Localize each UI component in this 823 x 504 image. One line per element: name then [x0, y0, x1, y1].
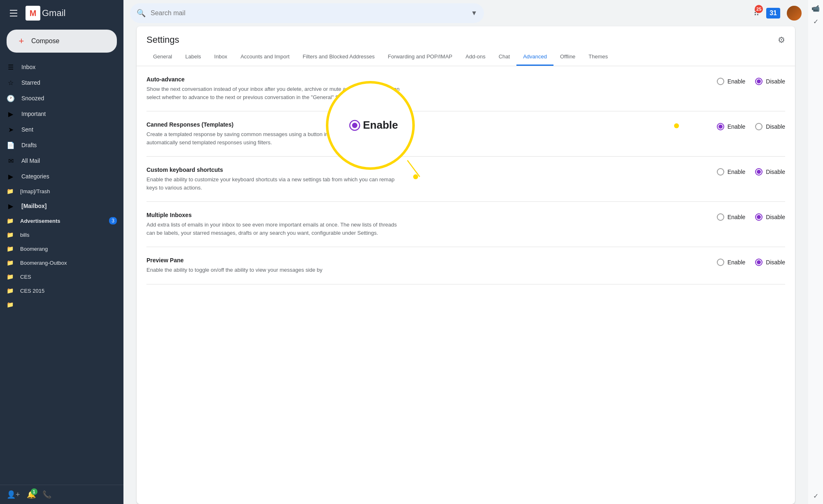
- sidebar-item-boomerang[interactable]: 📁 Boomerang: [0, 242, 123, 256]
- search-bar[interactable]: 🔍 ▼: [130, 3, 484, 23]
- auto-advance-disable-radio[interactable]: [755, 78, 763, 85]
- multiple-disable[interactable]: Disable: [755, 213, 785, 221]
- folder-icon: 📁: [7, 245, 14, 252]
- multiple-enable-radio[interactable]: [717, 213, 724, 221]
- sidebar-item-ces2015[interactable]: 📁 CES 2015: [0, 284, 123, 298]
- sidebar-item-advertisements[interactable]: 📁 Advertisements 3: [0, 214, 123, 228]
- sidebar-item-label: Important: [21, 111, 110, 117]
- tab-chat[interactable]: Chat: [492, 49, 516, 66]
- sidebar-item-important[interactable]: ▶ Important: [0, 106, 117, 122]
- sidebar-item-label: Starred: [21, 79, 110, 86]
- sidebar-item-all-mail[interactable]: ✉ All Mail: [0, 153, 117, 169]
- settings-title: Settings: [146, 35, 179, 45]
- apps-icon-wrapper[interactable]: ⠿ 25: [753, 8, 760, 18]
- keyboard-enable-radio[interactable]: [717, 168, 724, 176]
- canned-disable-label: Disable: [766, 123, 785, 130]
- preview-disable[interactable]: Disable: [755, 259, 785, 266]
- canned-enable-label: Enable: [728, 123, 746, 130]
- sidebar-item-label: Categories: [21, 173, 110, 180]
- sidebar-item-categories[interactable]: ▶ Categories: [0, 169, 117, 184]
- sidebar-item-imap-trash[interactable]: 📁 [Imap]/Trash: [0, 184, 123, 198]
- keyboard-disable-radio[interactable]: [755, 168, 763, 176]
- preview-pane-title: Preview Pane: [146, 257, 672, 264]
- tab-forwarding[interactable]: Forwarding and POP/IMAP: [381, 49, 459, 66]
- settings-gear-icon[interactable]: ⚙: [778, 35, 785, 45]
- edge-meet-icon[interactable]: 📹: [811, 3, 821, 13]
- canned-enable[interactable]: Enable: [717, 123, 746, 130]
- tab-filters[interactable]: Filters and Blocked Addresses: [296, 49, 381, 66]
- search-dropdown-icon[interactable]: ▼: [471, 9, 477, 17]
- send-icon: ➤: [7, 125, 15, 134]
- multiple-enable[interactable]: Enable: [717, 213, 746, 221]
- sidebar-item-bills[interactable]: 📁 bills: [0, 228, 123, 242]
- canned-disable[interactable]: Disable: [755, 123, 785, 130]
- gmail-logo-icon: M: [26, 6, 40, 21]
- multiple-disable-radio[interactable]: [755, 213, 763, 221]
- preview-enable-label: Enable: [728, 259, 746, 266]
- keyboard-disable[interactable]: Disable: [755, 168, 785, 176]
- notification-badge: 1: [31, 488, 37, 495]
- folder-icon: 📁: [7, 231, 14, 238]
- auto-advance-row: Auto-advance Show the next conversation …: [146, 66, 785, 111]
- preview-enable[interactable]: Enable: [717, 259, 746, 266]
- canned-disable-radio[interactable]: [755, 123, 763, 130]
- sidebar-item-starred[interactable]: ☆ Starred: [0, 75, 117, 90]
- keyboard-enable[interactable]: Enable: [717, 168, 746, 176]
- folder-icon: 📁: [7, 217, 14, 224]
- right-edge-panel: 📹 ✓ ✓: [808, 0, 823, 504]
- sidebar-item-label: bills: [20, 232, 117, 238]
- preview-enable-radio[interactable]: [717, 259, 724, 266]
- preview-disable-radio[interactable]: [755, 259, 763, 266]
- sidebar-item-label: [Mailbox]: [21, 203, 110, 209]
- add-contact-icon[interactable]: 👤+: [7, 490, 20, 499]
- notification-icon[interactable]: 🔔 1: [27, 490, 36, 499]
- tab-general[interactable]: General: [146, 49, 179, 66]
- avatar[interactable]: [787, 6, 802, 21]
- auto-advance-enable[interactable]: Enable: [717, 78, 746, 85]
- advertisements-badge: 3: [109, 217, 117, 224]
- sidebar-item-boomerang-outbox[interactable]: 📁 Boomerang-Outbox: [0, 256, 123, 270]
- multiple-inboxes-desc: Add extra lists of emails in your inbox …: [146, 221, 402, 237]
- edge-checkmark-icon[interactable]: ✓: [811, 491, 821, 501]
- tab-themes[interactable]: Themes: [582, 49, 614, 66]
- auto-advance-disable-label: Disable: [766, 78, 785, 85]
- keyboard-shortcuts-desc: Enable the ability to customize your key…: [146, 176, 402, 192]
- hamburger-button[interactable]: [7, 7, 21, 20]
- tab-inbox[interactable]: Inbox: [208, 49, 234, 66]
- compose-button[interactable]: + Compose: [7, 30, 117, 53]
- sidebar-item-sent[interactable]: ➤ Sent: [0, 122, 117, 137]
- sidebar-item-label: Snoozed: [21, 95, 110, 102]
- sidebar-item-ces[interactable]: 📁 CES: [0, 270, 123, 284]
- sidebar-item-extra[interactable]: 📁: [0, 298, 123, 312]
- phone-icon[interactable]: 📞: [42, 490, 51, 499]
- canned-enable-radio[interactable]: [717, 123, 724, 130]
- sidebar-item-snoozed[interactable]: 🕐 Snoozed: [0, 90, 117, 106]
- edge-tasks-icon[interactable]: ✓: [811, 16, 821, 26]
- highlight-dot: [674, 123, 679, 128]
- tab-offline[interactable]: Offline: [553, 49, 582, 66]
- multiple-enable-label: Enable: [728, 214, 746, 220]
- keyboard-shortcuts-row: Custom keyboard shortcuts Enable the abi…: [146, 157, 785, 202]
- folder-icon: 📁: [7, 273, 14, 280]
- sidebar-item-drafts[interactable]: 📄 Drafts: [0, 137, 117, 153]
- tab-addons[interactable]: Add-ons: [459, 49, 492, 66]
- auto-advance-disable[interactable]: Disable: [755, 78, 785, 85]
- search-input[interactable]: [151, 9, 466, 17]
- canned-responses-title: Canned Responses (Templates): [146, 121, 672, 128]
- tab-advanced[interactable]: Advanced: [516, 49, 553, 66]
- sidebar-item-label: Boomerang: [20, 246, 117, 252]
- tab-labels[interactable]: Labels: [179, 49, 207, 66]
- search-icon: 🔍: [137, 9, 146, 18]
- sidebar-item-mailbox[interactable]: ▶ [Mailbox]: [0, 198, 117, 214]
- settings-tabs: General Labels Inbox Accounts and Import…: [137, 49, 795, 66]
- folder-icon: 📁: [7, 301, 14, 308]
- sidebar-item-inbox[interactable]: ☰ Inbox: [0, 59, 117, 75]
- auto-advance-enable-radio[interactable]: [717, 78, 724, 85]
- folder-icon: 📁: [7, 259, 14, 266]
- sidebar-item-label: Boomerang-Outbox: [20, 260, 117, 266]
- inbox-icon: ☰: [7, 63, 15, 71]
- tab-accounts[interactable]: Accounts and Import: [234, 49, 296, 66]
- calendar-date-badge[interactable]: 31: [766, 8, 780, 18]
- sidebar-item-label: Drafts: [21, 142, 110, 148]
- auto-advance-title: Auto-advance: [146, 76, 672, 83]
